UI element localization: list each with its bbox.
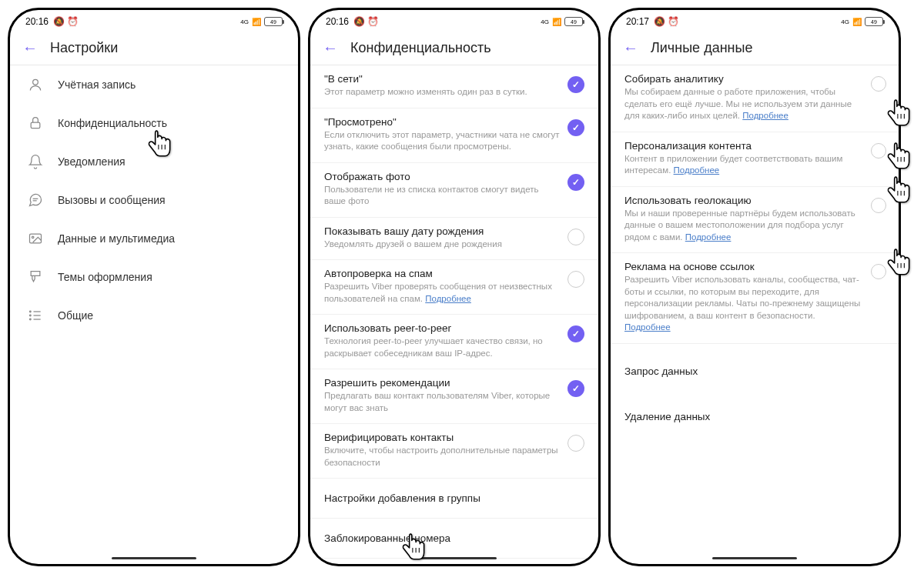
settings-label: Учётная запись	[58, 78, 136, 91]
svg-point-9	[30, 311, 32, 312]
toggle[interactable]	[567, 435, 584, 452]
header: ← Настройки	[10, 30, 298, 65]
phone-personal-data: 20:17 🔕 ⏰ 4G📶 49 ← Личные данные Собират…	[608, 8, 901, 566]
toggle[interactable]	[567, 325, 584, 342]
phone-settings: 20:16 🔕 ⏰ 4G📶 49 ← Настройки Учётная зап…	[8, 8, 300, 566]
toggle[interactable]	[871, 198, 886, 213]
privacy-item-desc: Разрешить Viber проверять сообщения от н…	[324, 281, 560, 305]
item-title: Использовать геолокацию	[624, 195, 885, 206]
learn-more-link[interactable]: Подробнее	[624, 322, 671, 332]
back-arrow-icon[interactable]: ←	[323, 39, 338, 57]
settings-item-themes[interactable]: Темы оформления	[10, 258, 298, 296]
privacy-item-desc: Включите, чтобы настроить дополнительные…	[324, 445, 560, 469]
toggle[interactable]	[871, 143, 886, 159]
svg-rect-4	[31, 122, 40, 128]
settings-label: Вызовы и сообщения	[58, 194, 166, 206]
privacy-nav-item[interactable]: Скрытые чаты	[310, 559, 598, 564]
user-icon	[27, 76, 44, 93]
privacy-item[interactable]: Отображать фотоПользователи не из списка…	[310, 163, 598, 218]
learn-more-link[interactable]: Подробнее	[425, 294, 471, 303]
toggle[interactable]	[567, 380, 584, 397]
settings-item-privacy[interactable]: Конфиденциальность	[10, 104, 298, 142]
toggle[interactable]	[567, 271, 584, 288]
learn-more-link[interactable]: Подробнее	[685, 232, 732, 242]
status-bar: 20:16 🔕 ⏰ 4G📶 49	[310, 10, 598, 30]
page-title: Конфиденциальность	[350, 40, 491, 56]
privacy-item[interactable]: Разрешить рекомендацииПредлагать ваш кон…	[310, 369, 598, 424]
back-arrow-icon[interactable]: ←	[22, 39, 38, 57]
privacy-item[interactable]: Верифицировать контактыВключите, чтобы н…	[310, 424, 598, 479]
settings-label: Общие	[58, 309, 93, 322]
media-icon	[27, 230, 44, 247]
privacy-item[interactable]: Использовать peer-to-peerТехнология peer…	[310, 315, 598, 369]
toggle[interactable]	[567, 76, 584, 93]
privacy-item-desc: Пользователи не из списка контактов смог…	[324, 184, 560, 208]
settings-item-notifications[interactable]: Уведомления	[10, 142, 298, 181]
item-title: Персонализация контента	[624, 140, 885, 152]
privacy-item[interactable]: Автопроверка на спамРазрешить Viber пров…	[310, 260, 598, 315]
status-bar: 20:16 🔕 ⏰ 4G📶 49	[10, 10, 298, 30]
page-title: Личные данные	[651, 40, 752, 56]
personal-data-list: Собирать аналитикуМы собираем данные о р…	[611, 65, 899, 564]
page-title: Настройки	[50, 40, 118, 56]
privacy-item[interactable]: Показывать вашу дату рожденияУведомлять …	[310, 218, 598, 261]
svg-point-8	[32, 236, 34, 239]
brush-icon	[27, 269, 44, 285]
settings-list: Учётная запись Конфиденциальность Уведом…	[10, 65, 298, 564]
toggle[interactable]	[871, 264, 886, 279]
privacy-item-desc: Этот параметр можно изменять один раз в …	[324, 86, 560, 98]
privacy-list: "В сети"Этот параметр можно изменять оди…	[310, 65, 598, 564]
privacy-item-title: Разрешить рекомендации	[324, 377, 560, 389]
personal-data-item[interactable]: Использовать геолокациюМы и наши провере…	[611, 187, 899, 254]
chat-icon	[27, 192, 44, 209]
item-title: Реклама на основе ссылок	[624, 261, 885, 272]
item-desc: Мы собираем данные о работе приложения, …	[624, 86, 885, 122]
settings-label: Темы оформления	[58, 271, 152, 283]
privacy-item-title: "В сети"	[324, 73, 560, 85]
learn-more-link[interactable]: Подробнее	[742, 111, 788, 120]
item-desc: Мы и наши проверенные партнёры будем исп…	[624, 208, 885, 244]
settings-label: Данные и мультимедиа	[58, 232, 175, 245]
privacy-nav-item[interactable]: Заблокированные номера	[310, 519, 598, 559]
privacy-item[interactable]: "В сети"Этот параметр можно изменять оди…	[310, 65, 598, 108]
settings-label: Уведомления	[58, 155, 126, 168]
status-bar: 20:17 🔕 ⏰ 4G📶 49	[611, 10, 899, 30]
toggle[interactable]	[871, 76, 886, 92]
toggle[interactable]	[567, 119, 584, 136]
status-time: 20:17	[626, 16, 649, 27]
privacy-item-desc: Уведомлять друзей о вашем дне рождения	[324, 239, 560, 251]
status-time: 20:16	[25, 16, 49, 27]
home-indicator[interactable]	[112, 557, 196, 559]
settings-item-general[interactable]: Общие	[10, 296, 298, 335]
toggle[interactable]	[567, 229, 584, 245]
settings-item-calls[interactable]: Вызовы и сообщения	[10, 181, 298, 219]
status-icons: 4G📶 49	[841, 17, 883, 26]
personal-data-item[interactable]: Реклама на основе ссылокРазрешить Viber …	[611, 253, 899, 344]
privacy-nav-item[interactable]: Настройки добавления в группы	[310, 479, 598, 519]
item-desc: Разрешить Viber использовать каналы, соо…	[624, 274, 885, 334]
settings-item-media[interactable]: Данные и мультимедиа	[10, 219, 298, 258]
settings-item-account[interactable]: Учётная запись	[10, 65, 298, 104]
privacy-item-desc: Технология peer-to-peer улучшает качеств…	[324, 335, 560, 359]
privacy-item-title: Показывать вашу дату рождения	[324, 225, 560, 237]
back-arrow-icon[interactable]: ←	[623, 39, 638, 57]
svg-point-11	[30, 319, 32, 320]
header: ← Конфиденциальность	[310, 30, 598, 65]
privacy-item[interactable]: "Просмотрено"Если отключить этот парамет…	[310, 108, 598, 163]
privacy-item-title: Автопроверка на спам	[324, 268, 560, 279]
privacy-item-title: Отображать фото	[324, 171, 560, 182]
home-indicator[interactable]	[712, 557, 797, 559]
privacy-item-desc: Если отключить этот параметр, участники …	[324, 129, 560, 153]
home-indicator[interactable]	[412, 557, 497, 559]
privacy-item-desc: Предлагать ваш контакт пользователям Vib…	[324, 390, 560, 414]
learn-more-link[interactable]: Подробнее	[674, 165, 720, 175]
personal-data-nav-item[interactable]: Удаление данных	[611, 397, 899, 436]
item-title: Собирать аналитику	[624, 73, 885, 85]
personal-data-nav-item[interactable]: Запрос данных	[611, 352, 899, 391]
personal-data-item[interactable]: Собирать аналитикуМы собираем данные о р…	[611, 65, 899, 132]
toggle[interactable]	[567, 174, 584, 191]
personal-data-item[interactable]: Персонализация контентаКонтент в приложе…	[611, 132, 899, 187]
privacy-item-title: Использовать peer-to-peer	[324, 322, 560, 334]
settings-label: Конфиденциальность	[58, 117, 167, 129]
header: ← Личные данные	[611, 30, 899, 65]
